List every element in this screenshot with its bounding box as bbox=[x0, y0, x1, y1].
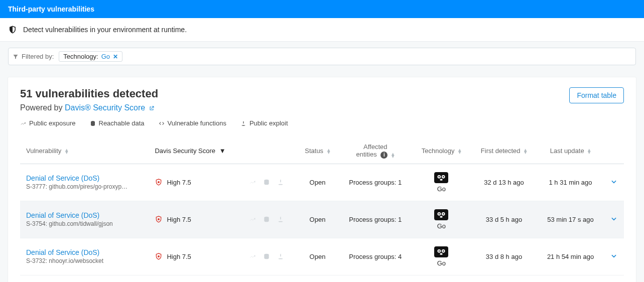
subtitle-text: Detect vulnerabilities in your environme… bbox=[23, 26, 187, 34]
sort-icon: ▴▾ bbox=[524, 149, 527, 154]
status-cell: Open bbox=[296, 164, 338, 201]
indicator-icons bbox=[249, 216, 291, 223]
col-score[interactable]: Davis Security Score ▼ bbox=[149, 138, 242, 164]
gopher-icon bbox=[434, 172, 448, 183]
table-row[interactable]: Denial of Service (DoS) S-3754: github.c… bbox=[20, 201, 624, 238]
first-detected-cell: 33 d 8 h ago bbox=[471, 238, 537, 275]
gopher-icon bbox=[434, 209, 448, 220]
svg-point-4 bbox=[443, 176, 444, 178]
score-cell: High 7.5 bbox=[155, 178, 236, 186]
sort-desc-icon: ▼ bbox=[219, 147, 226, 155]
score-label: High 7.5 bbox=[167, 216, 191, 223]
main-panel: 51 vulnerabilities detected Powered by D… bbox=[8, 77, 636, 282]
legend-public-exploit: Public exploit bbox=[240, 119, 288, 127]
code-icon bbox=[159, 120, 165, 126]
exploit-icon bbox=[240, 120, 246, 126]
affected-cell: Process groups: 4 bbox=[339, 238, 412, 275]
davis-score-link[interactable]: Davis® Security Score bbox=[65, 103, 155, 112]
first-detected-cell: 32 d 13 h ago bbox=[471, 164, 537, 201]
vulnerabilities-table: Vulnerability ▴▾ Davis Security Score ▼ … bbox=[20, 138, 624, 275]
svg-point-6 bbox=[158, 218, 160, 220]
svg-point-16 bbox=[443, 250, 444, 252]
score-label: High 7.5 bbox=[167, 253, 191, 260]
legend-public-exposure: Public exposure bbox=[20, 119, 76, 127]
filter-chip-value: Go bbox=[101, 53, 110, 60]
svg-point-0 bbox=[158, 181, 160, 183]
data-icon bbox=[263, 216, 270, 223]
svg-point-9 bbox=[439, 213, 440, 215]
first-detected-cell: 33 d 5 h ago bbox=[471, 201, 537, 238]
sort-icon: ▴▾ bbox=[65, 149, 68, 154]
filter-input[interactable]: Filtered by: Technology: Go ✕ bbox=[8, 48, 636, 65]
col-affected[interactable]: Affected entities i ▴▾ bbox=[339, 138, 412, 164]
exposure-icon bbox=[20, 120, 26, 126]
filter-chip-technology[interactable]: Technology: Go ✕ bbox=[59, 51, 122, 62]
score-cell: High 7.5 bbox=[155, 252, 236, 260]
vulnerability-subtitle: S-3777: github.com/pires/go-proxyp… bbox=[26, 183, 137, 190]
col-status[interactable]: Status ▴▾ bbox=[296, 138, 338, 164]
gopher-icon bbox=[434, 246, 448, 257]
svg-point-15 bbox=[439, 250, 440, 252]
sort-icon: ▴▾ bbox=[327, 149, 330, 154]
last-update-cell: 1 h 31 min ago bbox=[537, 164, 604, 201]
vulnerability-subtitle: S-3732: nhooyr.io/websocket bbox=[26, 257, 137, 264]
col-expand bbox=[604, 138, 624, 164]
funnel-icon bbox=[13, 54, 19, 60]
score-label: High 7.5 bbox=[167, 179, 191, 186]
sort-icon: ▴▾ bbox=[392, 153, 395, 158]
svg-point-3 bbox=[439, 176, 440, 178]
filter-chip-key: Technology: bbox=[63, 53, 98, 60]
vulnerability-title[interactable]: Denial of Service (DoS) bbox=[26, 211, 143, 219]
exposure-icon bbox=[249, 179, 256, 186]
col-indicators bbox=[243, 138, 297, 164]
affected-cell: Process groups: 1 bbox=[339, 164, 412, 201]
filter-row: Filtered by: Technology: Go ✕ bbox=[0, 42, 644, 71]
legend-reachable-data: Reachable data bbox=[90, 119, 145, 127]
affected-cell: Process groups: 1 bbox=[339, 201, 412, 238]
col-technology[interactable]: Technology ▴▾ bbox=[412, 138, 471, 164]
svg-point-12 bbox=[158, 255, 160, 257]
chevron-down-icon[interactable] bbox=[610, 178, 617, 185]
technology-cell: Go bbox=[418, 246, 465, 267]
exploit-icon bbox=[277, 253, 284, 260]
chevron-down-icon[interactable] bbox=[610, 215, 617, 222]
col-vulnerability[interactable]: Vulnerability ▴▾ bbox=[20, 138, 149, 164]
status-cell: Open bbox=[296, 201, 338, 238]
data-icon bbox=[263, 179, 270, 186]
legend-vulnerable-functions: Vulnerable functions bbox=[159, 119, 226, 127]
indicator-icons bbox=[249, 179, 291, 186]
technology-label: Go bbox=[437, 222, 446, 230]
table-row[interactable]: Denial of Service (DoS) S-3777: github.c… bbox=[20, 164, 624, 201]
info-icon[interactable]: i bbox=[380, 152, 388, 159]
exploit-icon bbox=[277, 216, 284, 223]
format-table-button[interactable]: Format table bbox=[569, 87, 624, 103]
last-update-cell: 21 h 54 min ago bbox=[537, 238, 604, 275]
panel-subtitle: Powered by Davis® Security Score bbox=[20, 103, 158, 112]
sort-icon: ▴▾ bbox=[458, 149, 461, 154]
svg-rect-17 bbox=[440, 253, 443, 254]
status-cell: Open bbox=[296, 238, 338, 275]
technology-cell: Go bbox=[418, 172, 465, 193]
vulnerability-title[interactable]: Denial of Service (DoS) bbox=[26, 248, 143, 256]
technology-label: Go bbox=[437, 259, 446, 267]
last-update-cell: 53 min 17 s ago bbox=[537, 201, 604, 238]
page-header: Third-party vulnerabilities bbox=[0, 0, 644, 18]
col-last-update[interactable]: Last update ▴▾ bbox=[537, 138, 604, 164]
external-link-icon bbox=[149, 105, 155, 111]
indicator-icons bbox=[249, 253, 291, 260]
exploit-icon bbox=[277, 179, 284, 186]
filter-chip-remove-icon[interactable]: ✕ bbox=[113, 53, 118, 60]
col-first-detected[interactable]: First detected ▴▾ bbox=[471, 138, 537, 164]
data-icon bbox=[90, 120, 96, 126]
legend: Public exposure Reachable data Vulnerabl… bbox=[20, 119, 624, 127]
vulnerability-subtitle: S-3754: github.com/tidwall/gjson bbox=[26, 220, 137, 227]
exposure-icon bbox=[249, 253, 256, 260]
svg-rect-5 bbox=[440, 179, 443, 180]
score-cell: High 7.5 bbox=[155, 215, 236, 223]
table-row[interactable]: Denial of Service (DoS) S-3732: nhooyr.i… bbox=[20, 238, 624, 275]
chevron-down-icon[interactable] bbox=[610, 252, 617, 259]
vulnerability-title[interactable]: Denial of Service (DoS) bbox=[26, 174, 143, 182]
svg-point-10 bbox=[443, 213, 444, 215]
svg-rect-11 bbox=[440, 216, 443, 217]
panel-title: 51 vulnerabilities detected bbox=[20, 87, 158, 100]
